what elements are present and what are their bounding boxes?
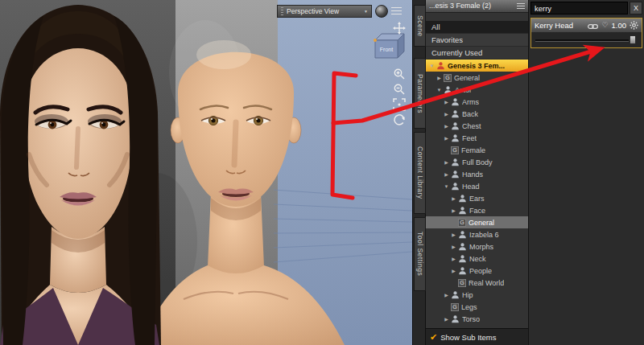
view-cube[interactable]: Front (371, 31, 407, 66)
tree-item-female[interactable]: GFemale (426, 144, 528, 156)
view-selector-dropdown[interactable]: Perspective View ▼ (277, 5, 372, 18)
parameter-value[interactable]: 1.00 (612, 21, 627, 30)
expand-icon[interactable]: ▶ (443, 292, 450, 298)
expand-icon[interactable]: ▶ (450, 207, 457, 213)
panel-menu-icon[interactable] (517, 3, 525, 10)
tree-item-label: Torso (462, 315, 480, 323)
gear-icon[interactable] (630, 18, 638, 33)
collapse-icon[interactable]: ▼ (428, 64, 436, 68)
orbit-tool-icon[interactable] (393, 113, 406, 126)
tree-item-label: Face (469, 207, 485, 215)
tree-item-torso[interactable]: ▶Torso (426, 313, 528, 325)
tab-content-library[interactable]: Content Library (414, 132, 426, 214)
expand-icon[interactable]: ▶ (450, 195, 457, 201)
tab-content-library-label: Content Library (416, 146, 424, 199)
model-dark-hair-female[interactable] (0, 5, 161, 345)
link-icon[interactable] (588, 18, 598, 33)
tree-item-people[interactable]: ▶People (426, 265, 528, 277)
group-g-icon: G (458, 219, 466, 227)
filter-all[interactable]: All (426, 21, 528, 34)
cube-corner-marker[interactable] (374, 39, 377, 42)
tree-item-hands[interactable]: ▶Hands (426, 168, 528, 180)
tree-item-chest[interactable]: ▶Chest (426, 120, 528, 132)
tree-item-genesis-3-fem[interactable]: ▼Genesis 3 Fem... (426, 60, 528, 72)
person-icon (451, 109, 460, 118)
frame-tool-icon[interactable] (393, 98, 406, 111)
tab-scene[interactable]: Scene (414, 5, 426, 47)
parameters-panel-header[interactable]: ...esis 3 Female (2) (426, 0, 528, 13)
person-icon (458, 254, 467, 263)
expand-icon[interactable]: ▶ (443, 316, 450, 322)
tree-item-hip[interactable]: ▶Hip (426, 289, 528, 301)
person-icon (451, 170, 460, 179)
tree-item-label: Real World (469, 279, 504, 287)
tree-item-real-world[interactable]: GReal World (426, 277, 528, 289)
filter-currently-used[interactable]: Currently Used (426, 47, 528, 60)
slider-track[interactable] (535, 39, 629, 41)
tab-tool-settings-label: Tool Settings (416, 232, 424, 276)
drag-grip-icon (281, 7, 283, 15)
tree-item-label: General (454, 74, 480, 82)
tree-item-actor[interactable]: ▼Actor (426, 84, 528, 96)
checkbox-checked-icon[interactable]: ✔ (430, 333, 437, 342)
tree-item-label: People (469, 267, 492, 275)
expand-icon[interactable]: ▶ (436, 75, 443, 80)
tree-item-izabela-6[interactable]: ▶Izabela 6 (426, 228, 528, 240)
group-g-icon: G (444, 74, 452, 82)
expand-icon[interactable]: ▶ (443, 159, 450, 165)
expand-icon[interactable]: ▶ (450, 244, 457, 249)
expand-icon[interactable]: ▶ (450, 256, 457, 261)
collapse-icon[interactable]: ▼ (443, 184, 450, 189)
tree-item-general[interactable]: GGeneral (426, 216, 528, 228)
zoom-out-tool-icon[interactable] (393, 83, 406, 96)
expand-icon[interactable]: ▶ (450, 232, 457, 237)
collapse-icon[interactable]: ▼ (436, 88, 443, 92)
person-icon (458, 194, 467, 203)
parameter-slider[interactable] (531, 32, 642, 47)
filter-label: Favorites (431, 35, 463, 44)
panel-title: ...esis 3 Female (2) (429, 0, 517, 12)
search-results-panel: X Kerry Head ♡ 1.00 (529, 0, 644, 345)
pane-tabstrip: Scene Parameters Content Library Tool Se… (412, 0, 426, 345)
tree-item-arms[interactable]: ▶Arms (426, 96, 528, 108)
tree-item-label: Hands (462, 170, 483, 179)
group-g-icon: G (451, 303, 459, 311)
tab-tool-settings[interactable]: Tool Settings (414, 217, 426, 291)
tree-item-face[interactable]: ▶Face (426, 204, 528, 216)
tree-item-morphs[interactable]: ▶Morphs (426, 240, 528, 253)
close-button[interactable]: X (630, 2, 642, 14)
expand-icon[interactable]: ▶ (443, 123, 450, 129)
expand-icon[interactable]: ▶ (443, 135, 450, 141)
tree-item-full-body[interactable]: ▶Full Body (426, 156, 528, 168)
expand-icon[interactable]: ▶ (443, 111, 450, 117)
tree-item-legs[interactable]: GLegs (426, 301, 528, 313)
filter-favorites[interactable]: Favorites (426, 34, 528, 47)
tree-item-label: Genesis 3 Fem... (448, 62, 505, 70)
zoom-in-tool-icon[interactable] (393, 68, 406, 80)
search-input[interactable] (530, 2, 628, 14)
tree-item-head[interactable]: ▼Head (426, 180, 528, 192)
person-icon (451, 133, 460, 142)
tree-item-neck[interactable]: ▶Neck (426, 253, 528, 265)
pan-tool-icon[interactable] (393, 22, 406, 35)
tree-item-label: Morphs (469, 243, 493, 251)
tree-item-back[interactable]: ▶Back (426, 108, 528, 120)
group-g-icon: G (451, 146, 459, 154)
favorite-heart-icon[interactable]: ♡ (601, 22, 608, 29)
tree-item-general[interactable]: ▶GGeneral (426, 72, 528, 84)
viewport-3d[interactable]: Perspective View ▼ Front (0, 0, 412, 345)
slider-handle[interactable] (630, 35, 636, 44)
expand-icon[interactable]: ▶ (450, 268, 457, 273)
filter-label: Currently Used (431, 48, 482, 57)
show-sub-items-row[interactable]: ✔ Show Sub Items (426, 328, 528, 345)
viewport-options-icon[interactable] (391, 7, 402, 16)
expand-icon[interactable]: ▶ (443, 171, 450, 177)
expand-icon[interactable]: ▶ (443, 99, 450, 105)
drawstyle-sphere-button[interactable] (375, 5, 388, 18)
person-icon (451, 121, 460, 130)
tree-item-feet[interactable]: ▶Feet (426, 132, 528, 144)
tree-item-ears[interactable]: ▶Ears (426, 192, 528, 204)
viewport-canvas[interactable] (0, 0, 412, 345)
parameter-header[interactable]: Kerry Head ♡ 1.00 (531, 18, 642, 32)
tab-parameters[interactable]: Parameters (414, 58, 426, 129)
